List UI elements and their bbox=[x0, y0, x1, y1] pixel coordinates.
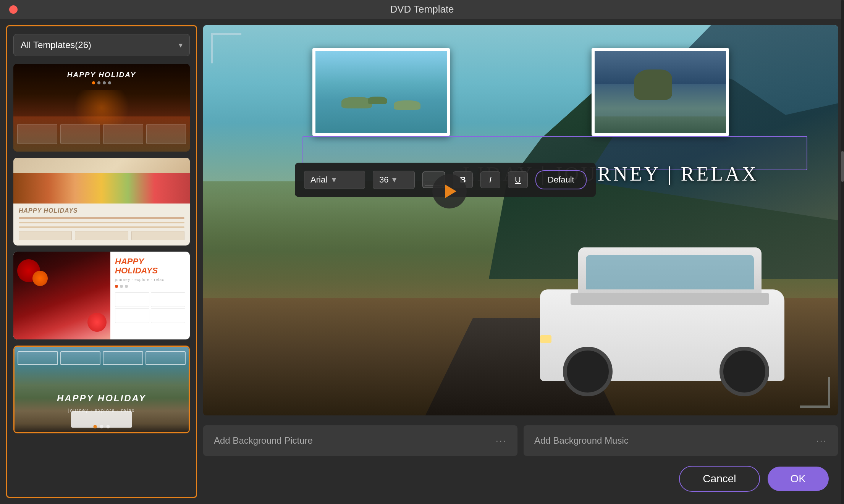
default-button[interactable]: Default bbox=[535, 170, 587, 189]
bg-picture-menu-icon[interactable]: ··· bbox=[496, 435, 507, 446]
ok-button[interactable]: OK bbox=[768, 467, 829, 491]
window-title: DVD Template bbox=[390, 3, 454, 15]
cancel-button[interactable]: Cancel bbox=[679, 466, 760, 492]
chevron-down-icon: ▾ bbox=[392, 175, 396, 185]
play-button[interactable] bbox=[432, 174, 467, 208]
video-thumbnails bbox=[203, 48, 838, 136]
dropdown-label: All Templates(26) bbox=[21, 40, 91, 50]
video-thumb-1[interactable] bbox=[312, 48, 450, 136]
font-size-select[interactable]: 36 ▾ bbox=[373, 171, 415, 189]
chevron-down-icon: ▾ bbox=[179, 40, 183, 50]
font-family-select[interactable]: Arial ▾ bbox=[304, 171, 365, 189]
bottom-controls: Add Background Picture ··· Add Backgroun… bbox=[203, 422, 838, 460]
play-icon bbox=[445, 184, 456, 198]
sidebar: All Templates(26) ▾ HAPPY HOLIDAY bbox=[6, 25, 197, 498]
main-content: All Templates(26) ▾ HAPPY HOLIDAY bbox=[0, 19, 844, 504]
add-background-music-button[interactable]: Add Background Music ··· bbox=[524, 425, 838, 456]
template-item-1[interactable]: HAPPY HOLIDAY bbox=[13, 64, 190, 152]
italic-button[interactable]: I bbox=[480, 171, 500, 188]
template-item-2[interactable]: HAPPY HOLIDAYS bbox=[13, 158, 190, 246]
close-button[interactable] bbox=[9, 5, 18, 14]
template-item-3[interactable]: HAPPYHOLIDAYS journey · explore · relax bbox=[13, 252, 190, 339]
bg-music-menu-icon[interactable]: ··· bbox=[816, 435, 827, 446]
vehicle bbox=[540, 236, 807, 396]
preview-area: LIDAY | JOURNEY | RELAX Arial ▾ 36 ▾ B I… bbox=[203, 25, 838, 415]
add-background-picture-button[interactable]: Add Background Picture ··· bbox=[203, 425, 517, 456]
templates-dropdown[interactable]: All Templates(26) ▾ bbox=[13, 34, 190, 56]
template-item-4[interactable]: HAPPY HOLIDAY journey · explore · relax bbox=[13, 346, 190, 433]
footer-bar: Cancel OK bbox=[203, 460, 838, 498]
title-bar: DVD Template bbox=[0, 0, 844, 19]
corner-decoration-br bbox=[800, 377, 830, 408]
right-panel: LIDAY | JOURNEY | RELAX Arial ▾ 36 ▾ B I… bbox=[201, 19, 844, 504]
chevron-down-icon: ▾ bbox=[332, 175, 336, 185]
template-list: HAPPY HOLIDAY bbox=[13, 64, 190, 489]
video-thumb-2[interactable] bbox=[592, 48, 729, 136]
underline-button[interactable]: U bbox=[508, 171, 528, 188]
